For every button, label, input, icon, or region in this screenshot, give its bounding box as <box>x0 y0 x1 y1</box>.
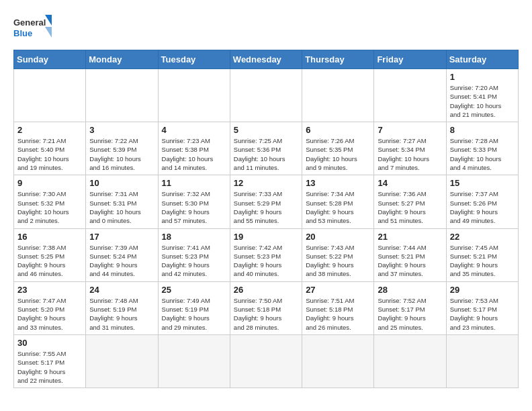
day-number: 7 <box>378 125 442 135</box>
day-cell <box>86 334 158 387</box>
day-cell: 30Sunrise: 7:55 AMSunset: 5:17 PMDayligh… <box>14 334 86 387</box>
day-cell: 13Sunrise: 7:34 AMSunset: 5:28 PMDayligh… <box>302 175 374 228</box>
day-number: 26 <box>234 285 298 295</box>
day-number: 28 <box>378 285 442 295</box>
day-info: Sunrise: 7:43 AMSunset: 5:22 PMDaylight:… <box>306 243 370 279</box>
day-number: 14 <box>378 178 442 188</box>
day-cell: 20Sunrise: 7:43 AMSunset: 5:22 PMDayligh… <box>302 228 374 281</box>
svg-text:Blue: Blue <box>13 28 32 38</box>
weekday-header-row: SundayMondayTuesdayWednesdayThursdayFrid… <box>14 50 519 69</box>
week-row-6: 30Sunrise: 7:55 AMSunset: 5:17 PMDayligh… <box>14 334 519 387</box>
day-number: 5 <box>234 125 298 135</box>
week-row-3: 9Sunrise: 7:30 AMSunset: 5:32 PMDaylight… <box>14 175 519 228</box>
day-info: Sunrise: 7:36 AMSunset: 5:27 PMDaylight:… <box>378 189 442 225</box>
day-info: Sunrise: 7:39 AMSunset: 5:24 PMDaylight:… <box>89 243 154 279</box>
day-cell: 6Sunrise: 7:26 AMSunset: 5:35 PMDaylight… <box>302 122 374 175</box>
day-number: 25 <box>162 285 226 295</box>
day-number: 23 <box>17 285 82 295</box>
day-cell: 26Sunrise: 7:50 AMSunset: 5:18 PMDayligh… <box>230 281 302 334</box>
day-cell: 8Sunrise: 7:28 AMSunset: 5:33 PMDaylight… <box>446 122 518 175</box>
weekday-header-sunday: Sunday <box>14 50 86 69</box>
day-number: 13 <box>306 178 370 188</box>
week-row-1: 1Sunrise: 7:20 AMSunset: 5:41 PMDaylight… <box>14 69 519 122</box>
day-cell: 1Sunrise: 7:20 AMSunset: 5:41 PMDaylight… <box>446 69 518 122</box>
weekday-header-wednesday: Wednesday <box>230 50 302 69</box>
day-info: Sunrise: 7:27 AMSunset: 5:34 PMDaylight:… <box>378 136 442 172</box>
day-cell <box>446 334 518 387</box>
logo: General Blue <box>13 13 54 43</box>
day-info: Sunrise: 7:21 AMSunset: 5:40 PMDaylight:… <box>17 136 82 172</box>
day-cell: 29Sunrise: 7:53 AMSunset: 5:17 PMDayligh… <box>446 281 518 334</box>
day-number: 3 <box>89 125 154 135</box>
week-row-4: 16Sunrise: 7:38 AMSunset: 5:25 PMDayligh… <box>14 228 519 281</box>
day-info: Sunrise: 7:55 AMSunset: 5:17 PMDaylight:… <box>17 349 82 385</box>
day-cell <box>374 334 446 387</box>
day-cell: 5Sunrise: 7:25 AMSunset: 5:36 PMDaylight… <box>230 122 302 175</box>
day-info: Sunrise: 7:44 AMSunset: 5:21 PMDaylight:… <box>378 243 442 279</box>
day-cell <box>374 69 446 122</box>
day-info: Sunrise: 7:49 AMSunset: 5:19 PMDaylight:… <box>162 296 226 332</box>
day-info: Sunrise: 7:22 AMSunset: 5:39 PMDaylight:… <box>89 136 154 172</box>
day-cell: 7Sunrise: 7:27 AMSunset: 5:34 PMDaylight… <box>374 122 446 175</box>
day-number: 20 <box>306 232 370 242</box>
weekday-header-friday: Friday <box>374 50 446 69</box>
day-info: Sunrise: 7:53 AMSunset: 5:17 PMDaylight:… <box>450 296 515 332</box>
day-cell: 9Sunrise: 7:30 AMSunset: 5:32 PMDaylight… <box>14 175 86 228</box>
day-number: 9 <box>17 178 82 188</box>
day-number: 16 <box>17 232 82 242</box>
day-info: Sunrise: 7:26 AMSunset: 5:35 PMDaylight:… <box>306 136 370 172</box>
day-cell: 15Sunrise: 7:37 AMSunset: 5:26 PMDayligh… <box>446 175 518 228</box>
day-cell: 14Sunrise: 7:36 AMSunset: 5:27 PMDayligh… <box>374 175 446 228</box>
day-number: 22 <box>450 232 515 242</box>
week-row-5: 23Sunrise: 7:47 AMSunset: 5:20 PMDayligh… <box>14 281 519 334</box>
svg-text:General: General <box>13 17 46 28</box>
day-cell: 18Sunrise: 7:41 AMSunset: 5:23 PMDayligh… <box>158 228 230 281</box>
day-cell: 17Sunrise: 7:39 AMSunset: 5:24 PMDayligh… <box>86 228 158 281</box>
day-info: Sunrise: 7:23 AMSunset: 5:38 PMDaylight:… <box>162 136 226 172</box>
generalblue-logo: General Blue <box>13 13 54 43</box>
day-info: Sunrise: 7:52 AMSunset: 5:17 PMDaylight:… <box>378 296 442 332</box>
day-cell: 21Sunrise: 7:44 AMSunset: 5:21 PMDayligh… <box>374 228 446 281</box>
day-number: 30 <box>17 338 82 348</box>
day-number: 1 <box>450 72 515 82</box>
day-cell <box>302 334 374 387</box>
day-number: 12 <box>234 178 298 188</box>
day-cell: 3Sunrise: 7:22 AMSunset: 5:39 PMDaylight… <box>86 122 158 175</box>
week-row-2: 2Sunrise: 7:21 AMSunset: 5:40 PMDaylight… <box>14 122 519 175</box>
day-cell <box>158 69 230 122</box>
day-info: Sunrise: 7:33 AMSunset: 5:29 PMDaylight:… <box>234 189 298 225</box>
day-info: Sunrise: 7:34 AMSunset: 5:28 PMDaylight:… <box>306 189 370 225</box>
day-cell: 28Sunrise: 7:52 AMSunset: 5:17 PMDayligh… <box>374 281 446 334</box>
day-info: Sunrise: 7:42 AMSunset: 5:23 PMDaylight:… <box>234 243 298 279</box>
day-cell: 11Sunrise: 7:32 AMSunset: 5:30 PMDayligh… <box>158 175 230 228</box>
day-number: 10 <box>89 178 154 188</box>
day-number: 24 <box>89 285 154 295</box>
day-cell: 4Sunrise: 7:23 AMSunset: 5:38 PMDaylight… <box>158 122 230 175</box>
day-cell: 22Sunrise: 7:45 AMSunset: 5:21 PMDayligh… <box>446 228 518 281</box>
day-cell <box>230 334 302 387</box>
svg-marker-3 <box>45 27 52 38</box>
day-info: Sunrise: 7:31 AMSunset: 5:31 PMDaylight:… <box>89 189 154 225</box>
day-cell: 12Sunrise: 7:33 AMSunset: 5:29 PMDayligh… <box>230 175 302 228</box>
calendar-table: SundayMondayTuesdayWednesdayThursdayFrid… <box>13 50 519 388</box>
weekday-header-saturday: Saturday <box>446 50 518 69</box>
day-info: Sunrise: 7:32 AMSunset: 5:30 PMDaylight:… <box>162 189 226 225</box>
day-info: Sunrise: 7:51 AMSunset: 5:18 PMDaylight:… <box>306 296 370 332</box>
day-cell: 16Sunrise: 7:38 AMSunset: 5:25 PMDayligh… <box>14 228 86 281</box>
day-number: 6 <box>306 125 370 135</box>
day-info: Sunrise: 7:41 AMSunset: 5:23 PMDaylight:… <box>162 243 226 279</box>
weekday-header-monday: Monday <box>86 50 158 69</box>
day-number: 17 <box>89 232 154 242</box>
day-info: Sunrise: 7:30 AMSunset: 5:32 PMDaylight:… <box>17 189 82 225</box>
day-cell: 10Sunrise: 7:31 AMSunset: 5:31 PMDayligh… <box>86 175 158 228</box>
weekday-header-thursday: Thursday <box>302 50 374 69</box>
day-cell: 19Sunrise: 7:42 AMSunset: 5:23 PMDayligh… <box>230 228 302 281</box>
day-cell <box>86 69 158 122</box>
day-info: Sunrise: 7:20 AMSunset: 5:41 PMDaylight:… <box>450 83 515 119</box>
day-number: 2 <box>17 125 82 135</box>
day-cell <box>158 334 230 387</box>
day-info: Sunrise: 7:37 AMSunset: 5:26 PMDaylight:… <box>450 189 515 225</box>
day-number: 18 <box>162 232 226 242</box>
day-number: 15 <box>450 178 515 188</box>
day-cell <box>14 69 86 122</box>
